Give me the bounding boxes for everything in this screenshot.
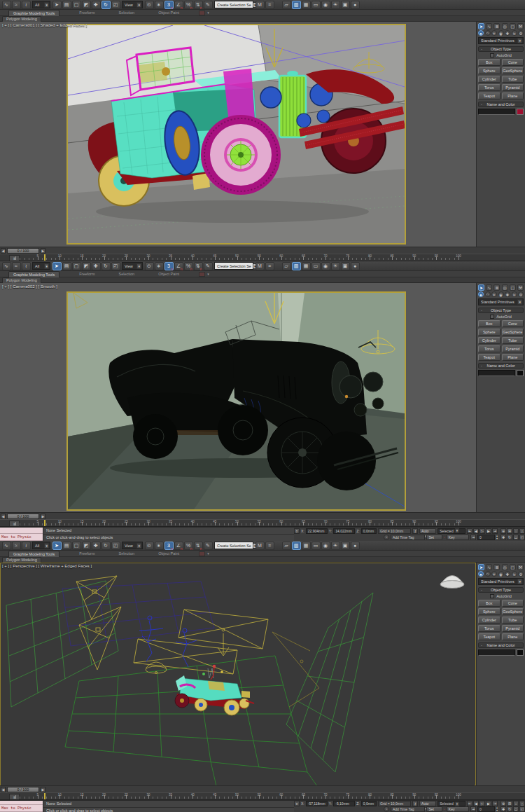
cameras-category-icon[interactable]: ◉ xyxy=(498,30,504,36)
key-filters-button[interactable]: Key Filters... xyxy=(447,806,469,812)
viewport-label[interactable]: [ + ] [ Camera002 ] [ Smooth ] xyxy=(2,284,57,289)
geosphere-button[interactable]: GeoSphere xyxy=(502,329,524,336)
ribbon-overflow-arrow[interactable]: ▾ xyxy=(207,11,209,15)
x-coordinate-field[interactable]: 22,904mm xyxy=(306,528,328,534)
object-class-dropdown[interactable]: Standard Primitives▾ xyxy=(478,298,524,305)
rendered-frame-icon[interactable]: ▣ xyxy=(341,1,350,9)
ribbon-tab-object-paint[interactable]: Object Paint xyxy=(154,551,183,556)
window-crossing-icon[interactable]: ◩ xyxy=(82,542,91,550)
select-and-manipulate-icon[interactable]: ∗ xyxy=(155,1,164,9)
systems-category-icon[interactable]: ⚙ xyxy=(518,571,524,577)
motion-tab-icon[interactable]: ◎ xyxy=(502,23,508,29)
space-warps-category-icon[interactable]: ≋ xyxy=(512,30,517,36)
select-and-move-icon[interactable]: ✚ xyxy=(92,262,101,270)
time-slider[interactable]: ◀ 0 / 100 ▶ xyxy=(0,247,525,254)
unlink-selection-icon[interactable]: ≈ xyxy=(12,542,21,550)
track-bar[interactable]: ≣ 51015202530354045505560657075808590951… xyxy=(0,519,525,527)
align-icon[interactable]: ≡ xyxy=(265,542,274,550)
mirror-icon[interactable]: M xyxy=(255,262,265,270)
next-frame-icon[interactable]: ▶ xyxy=(486,528,491,534)
x-coordinate-field[interactable]: -57,118mm xyxy=(306,801,328,806)
time-tag-icon[interactable]: ◔ xyxy=(384,806,389,812)
torus-button[interactable]: Torus xyxy=(478,84,500,91)
ribbon-overflow-arrow[interactable]: ▾ xyxy=(207,551,209,556)
polygon-modeling-tab[interactable]: Polygon Modeling xyxy=(2,557,41,563)
open-folder-icon[interactable]: ▱ xyxy=(282,262,291,270)
name-and-color-rollout-header[interactable]: -Name and Color xyxy=(478,102,524,107)
angle-snap-icon[interactable]: ∠n xyxy=(174,1,183,9)
scene-explorer-icon[interactable]: ▥ xyxy=(292,262,301,270)
helpers-category-icon[interactable]: ✚ xyxy=(505,30,510,36)
object-color-swatch[interactable] xyxy=(517,109,524,115)
material-editor-icon[interactable]: ◉ xyxy=(321,262,330,270)
orbit-icon[interactable]: ↻ xyxy=(507,535,512,540)
object-type-rollout-header[interactable]: -Object Type xyxy=(478,46,524,52)
select-and-link-icon[interactable]: ∿ xyxy=(2,262,11,270)
autogrid-checkbox[interactable] xyxy=(490,53,494,57)
torus-button[interactable]: Torus xyxy=(478,625,500,632)
teapot-button[interactable]: Teapot xyxy=(478,354,500,361)
reference-coordinate-dropdown[interactable]: View▾ xyxy=(122,542,143,549)
ribbon-config-icon[interactable] xyxy=(199,551,205,556)
percent-snap-icon[interactable]: %n xyxy=(184,1,193,9)
angle-snap-icon[interactable]: ∠n xyxy=(174,262,183,270)
time-configuration-key-icon[interactable]: ⚷ xyxy=(412,801,418,806)
select-object-icon[interactable]: ➤ xyxy=(52,1,62,9)
plane-button[interactable]: Plane xyxy=(502,354,524,361)
select-and-manipulate-icon[interactable]: ∗ xyxy=(155,262,164,270)
pan-icon[interactable]: ✚ xyxy=(500,806,506,812)
select-by-name-icon[interactable]: ▤ xyxy=(62,542,71,550)
helpers-category-icon[interactable]: ✚ xyxy=(505,571,510,577)
selection-filter-dropdown[interactable]: All▾ xyxy=(32,1,50,8)
snaps-toggle-icon[interactable]: 3n xyxy=(164,1,174,9)
slider-left-arrow[interactable]: ◀ xyxy=(1,248,6,254)
rectangular-selection-region-icon[interactable]: ▢ xyxy=(72,1,81,9)
ribbon-tab-object-paint[interactable]: Object Paint xyxy=(154,271,183,277)
set-key-button[interactable]: Set Key xyxy=(426,806,442,812)
auto-key-button[interactable]: Auto Key xyxy=(419,801,436,806)
scene-explorer-icon[interactable]: ▥ xyxy=(292,542,301,550)
ribbon-tab-object-paint[interactable]: Object Paint xyxy=(154,10,183,15)
render-setup-icon[interactable]: ☀ xyxy=(331,262,340,270)
ribbon-tab-graphite-modeling-tools[interactable]: Graphite Modeling Tools xyxy=(8,271,59,277)
render-setup-icon[interactable]: ☀ xyxy=(331,542,340,550)
viewport-camera002[interactable]: [ + ] [ Camera002 ] [ Smooth ] xyxy=(0,283,525,512)
auto-key-button[interactable]: Auto Key xyxy=(419,528,436,534)
display-tab-icon[interactable]: ▢ xyxy=(510,23,516,29)
hierarchy-tab-icon[interactable]: ≣ xyxy=(493,23,500,29)
open-folder-icon[interactable]: ▱ xyxy=(282,542,291,550)
layer-manager-icon[interactable]: ▦ xyxy=(302,1,311,9)
unlink-selection-icon[interactable]: ≈ xyxy=(12,1,21,9)
perspective-canvas[interactable] xyxy=(0,563,476,785)
viewport-camera001[interactable]: [ + ] [ Camera001 ] [ Shaded + Edged Fac… xyxy=(0,22,525,247)
maxscript-mini-listener[interactable]: Max to Physic xyxy=(0,801,43,812)
sphere-button[interactable]: Sphere xyxy=(478,67,500,74)
ribbon-overflow-arrow[interactable]: ▾ xyxy=(207,272,209,276)
helpers-category-icon[interactable]: ✚ xyxy=(505,291,510,297)
cameras-category-icon[interactable]: ◉ xyxy=(498,291,504,297)
track-bar[interactable]: ≣ 51015202530354045505560657075808590951… xyxy=(0,792,525,800)
align-icon[interactable]: ≡ xyxy=(265,1,274,9)
camera002-safe-frame[interactable] xyxy=(66,291,406,511)
rendered-frame-icon[interactable]: ▣ xyxy=(341,262,350,270)
object-color-swatch[interactable] xyxy=(517,370,524,376)
render-production-icon[interactable]: ● xyxy=(351,262,360,270)
box-button[interactable]: Box xyxy=(478,320,500,327)
camera001-safe-frame[interactable] xyxy=(66,24,406,245)
unlink-selection-icon[interactable]: ≈ xyxy=(12,262,21,270)
z-coordinate-field[interactable]: 0,0mm xyxy=(361,528,377,534)
bind-to-space-warp-icon[interactable]: ≀ xyxy=(22,262,31,270)
create-tab-icon[interactable]: ➤ xyxy=(478,564,484,570)
track-bar[interactable]: ≣ 51015202530354045505560657075808590951… xyxy=(0,254,525,261)
maxscript-mini-listener[interactable]: Max to Physic xyxy=(0,528,43,541)
bind-to-space-warp-icon[interactable]: ≀ xyxy=(22,1,31,9)
geometry-category-icon[interactable]: ● xyxy=(478,291,484,297)
window-crossing-icon[interactable]: ◩ xyxy=(82,262,91,270)
object-color-swatch[interactable] xyxy=(517,649,524,656)
object-class-dropdown[interactable]: Standard Primitives▾ xyxy=(478,578,524,585)
box-button[interactable]: Box xyxy=(478,600,500,607)
slider-right-arrow[interactable]: ▶ xyxy=(41,248,46,254)
mirror-icon[interactable]: M xyxy=(255,542,265,550)
mirror-icon[interactable]: M xyxy=(255,1,265,9)
space-warps-category-icon[interactable]: ≋ xyxy=(512,291,517,297)
